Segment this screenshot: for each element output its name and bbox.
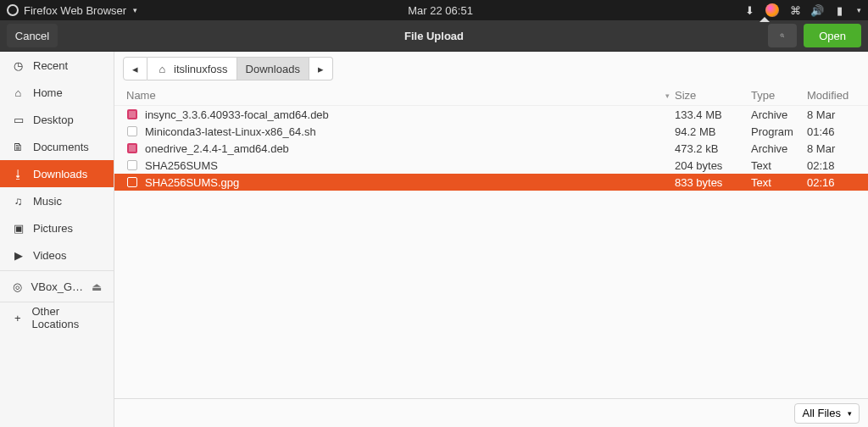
file-size: 94.2 MB [675, 125, 751, 138]
sidebar-item-home[interactable]: ⌂Home [0, 79, 114, 106]
column-size[interactable]: Size [675, 89, 751, 102]
eject-icon[interactable]: ⏏ [92, 280, 102, 293]
file-modified: 8 Mar [807, 142, 860, 155]
sidebar-item-downloads[interactable]: ⭳Downloads [0, 160, 114, 187]
sidebar-item-label: Recent [33, 59, 68, 72]
sidebar-item-label: Home [33, 86, 63, 99]
sidebar-item-label: Other Locations [31, 305, 102, 330]
sidebar-item-volume[interactable]: ◎VBox_G…⏏ [0, 273, 114, 300]
file-row[interactable]: insync_3.3.6.40933-focal_amd64.deb 133.4… [114, 106, 868, 123]
path-label: Downloads [246, 63, 300, 75]
sidebar-item-label: Videos [33, 249, 67, 262]
sidebar-separator [0, 270, 114, 271]
file-row[interactable]: SHA256SUMS 204 bytes Text 02:18 [114, 157, 868, 174]
text-file-icon [126, 176, 138, 188]
sidebar-item-videos[interactable]: ▶Videos [0, 241, 114, 269]
dialog-title: File Upload [0, 30, 868, 42]
sidebar-separator [0, 302, 114, 302]
documents-icon: 🗎 [12, 141, 25, 153]
sidebar-item-desktop[interactable]: ▭Desktop [0, 106, 114, 133]
svg-point-0 [781, 34, 783, 36]
disk-icon: ◎ [12, 280, 23, 293]
open-button[interactable]: Open [804, 24, 861, 47]
menubar-right[interactable]: ⬇ ⌘ 🔊 ▮ ▾ [743, 3, 861, 17]
path-back-button[interactable]: ◂ [123, 57, 147, 80]
column-modified[interactable]: Modified [807, 89, 860, 102]
file-type: Program [751, 125, 807, 138]
places-sidebar: ◷Recent ⌂Home ▭Desktop 🗎Documents ⭳Downl… [0, 52, 114, 427]
desktop-icon: ▭ [12, 114, 25, 126]
home-icon: ⌂ [12, 86, 25, 99]
volume-icon[interactable]: 🔊 [811, 4, 823, 16]
clock[interactable]: Mar 22 06:51 [137, 4, 743, 17]
sidebar-item-documents[interactable]: 🗎Documents [0, 133, 114, 160]
file-name: onedrive_2.4.4-1_amd64.deb [145, 142, 289, 155]
pathbar: ◂ ⌂itslinuxfoss Downloads ▸ [114, 52, 868, 86]
file-list: insync_3.3.6.40933-focal_amd64.deb 133.4… [114, 106, 868, 398]
file-row[interactable]: Miniconda3-latest-Linux-x86_64.sh 94.2 M… [114, 123, 868, 140]
search-icon [780, 30, 785, 42]
dialog-body: ◷Recent ⌂Home ▭Desktop 🗎Documents ⭳Downl… [0, 51, 868, 427]
path-segment-home[interactable]: ⌂itslinuxfoss [147, 57, 237, 80]
menubar-left[interactable]: Firefox Web Browser ▾ [7, 4, 137, 17]
file-modified: 8 Mar [807, 108, 860, 121]
dialog-footer: All Files ▾ [114, 398, 868, 427]
file-chooser-content: ◂ ⌂itslinuxfoss Downloads ▸ Name ▾ Size … [114, 52, 868, 427]
column-type[interactable]: Type [751, 89, 807, 102]
file-type: Text [751, 176, 807, 189]
text-file-icon [126, 159, 138, 171]
sidebar-item-music[interactable]: ♫Music [0, 187, 114, 214]
cancel-button[interactable]: Cancel [7, 24, 58, 47]
videos-icon: ▶ [12, 249, 25, 262]
file-name: insync_3.3.6.40933-focal_amd64.deb [145, 108, 329, 121]
sidebar-item-pictures[interactable]: ▣Pictures [0, 214, 114, 241]
file-row[interactable]: SHA256SUMS.gpg 833 bytes Text 02:16 [114, 174, 868, 191]
file-size: 133.4 MB [675, 108, 751, 121]
battery-icon[interactable]: ▮ [833, 4, 845, 16]
file-filter-dropdown[interactable]: All Files ▾ [794, 403, 860, 424]
pictures-icon: ▣ [12, 222, 25, 235]
file-type: Archive [751, 142, 807, 155]
dropbox-icon[interactable]: ⬇ [743, 4, 755, 16]
file-filter-label: All Files [802, 407, 841, 419]
file-type: Archive [751, 108, 807, 121]
popover-arrow [760, 17, 770, 22]
file-row[interactable]: onedrive_2.4.4-1_amd64.deb 473.2 kB Arch… [114, 140, 868, 157]
network-icon[interactable]: ⌘ [789, 4, 801, 16]
file-size: 204 bytes [675, 159, 751, 172]
text-file-icon [126, 125, 138, 137]
sidebar-item-recent[interactable]: ◷Recent [0, 52, 114, 79]
search-button[interactable] [768, 24, 797, 47]
file-type: Text [751, 159, 807, 172]
path-segment-current[interactable]: Downloads [237, 57, 309, 80]
dialog-titlebar: Cancel File Upload Open [0, 20, 868, 51]
sidebar-item-label: Downloads [33, 168, 87, 180]
path-label: itslinuxfoss [174, 63, 228, 75]
firefox-icon [7, 4, 19, 16]
plus-icon: + [12, 312, 23, 324]
file-size: 833 bytes [675, 176, 751, 189]
file-name: Miniconda3-latest-Linux-x86_64.sh [145, 125, 316, 138]
system-menubar: Firefox Web Browser ▾ Mar 22 06:51 ⬇ ⌘ 🔊… [0, 0, 868, 20]
system-menu-caret[interactable]: ▾ [857, 6, 861, 14]
chevron-down-icon: ▾ [848, 409, 852, 418]
file-modified: 02:16 [807, 176, 860, 189]
music-icon: ♫ [12, 195, 25, 208]
sort-indicator-icon: ▾ [665, 92, 670, 100]
package-icon [126, 108, 138, 120]
sidebar-item-other-locations[interactable]: +Other Locations [0, 304, 114, 331]
app-name: Firefox Web Browser [24, 4, 126, 17]
home-icon: ⌂ [156, 63, 169, 75]
downloads-icon: ⭳ [12, 168, 25, 180]
clock-icon: ◷ [12, 59, 25, 72]
firefox-status-icon[interactable] [765, 3, 779, 17]
sidebar-item-label: Pictures [33, 222, 73, 235]
path-forward-button[interactable]: ▸ [309, 57, 333, 80]
sidebar-item-label: VBox_G… [31, 280, 83, 293]
file-modified: 02:18 [807, 159, 860, 172]
column-name[interactable]: Name [123, 89, 665, 102]
file-size: 473.2 kB [675, 142, 751, 155]
package-icon [126, 142, 138, 154]
file-name: SHA256SUMS.gpg [145, 176, 239, 189]
sidebar-item-label: Desktop [33, 114, 74, 126]
